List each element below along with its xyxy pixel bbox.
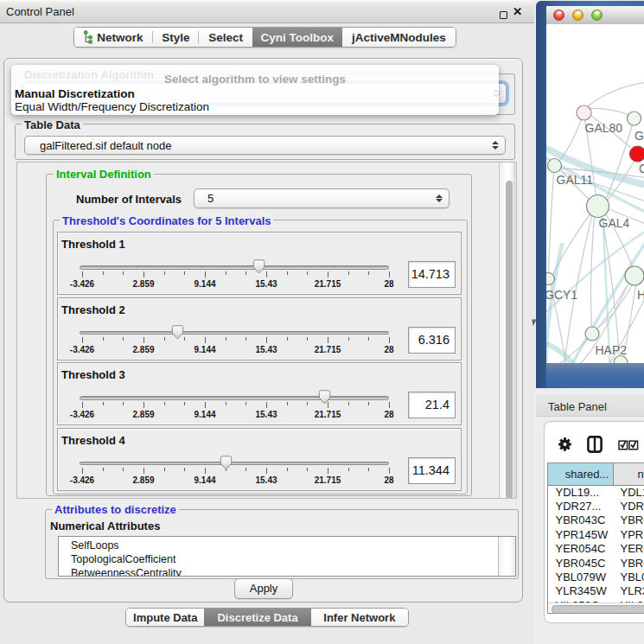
tab-cyni-toolbox[interactable]: Cyni Toolbox bbox=[252, 28, 342, 47]
cell-name: YBR04 bbox=[621, 513, 644, 526]
numerical-attributes-list[interactable]: SelfLoopsTopologicalCoefficientBetweenne… bbox=[58, 536, 516, 577]
threshold-panel-1: Threshold 1-3.4262.8599.14415.4321.71528… bbox=[57, 232, 462, 295]
slider-tick bbox=[266, 468, 267, 474]
slider-tick bbox=[368, 337, 369, 341]
threshold-value-field[interactable]: 14.713 bbox=[408, 261, 456, 288]
minimize-traffic-light-icon[interactable] bbox=[572, 10, 583, 21]
settings-scroll-viewport: Interval Definition Number of Intervals … bbox=[16, 162, 517, 499]
slider-track[interactable] bbox=[80, 265, 389, 270]
apply-button[interactable]: Apply bbox=[234, 578, 293, 599]
network-node-label: GAL4 bbox=[598, 215, 629, 229]
slider-tick bbox=[226, 402, 226, 405]
network-node[interactable] bbox=[547, 158, 561, 172]
slider-tick-label: 21.715 bbox=[315, 475, 341, 485]
slider-tick bbox=[348, 271, 349, 275]
network-node[interactable] bbox=[629, 146, 644, 162]
gear-icon[interactable] bbox=[558, 437, 572, 452]
table-row[interactable]: YBL079WYBL07 bbox=[548, 570, 644, 584]
zoom-traffic-light-icon[interactable] bbox=[591, 10, 603, 21]
network-edge-highlighted bbox=[546, 343, 574, 364]
table-row[interactable]: YPR145WYPR14 bbox=[548, 527, 644, 542]
network-node[interactable] bbox=[586, 194, 609, 217]
slider-tick bbox=[143, 337, 144, 343]
slider-thumb[interactable] bbox=[220, 456, 233, 470]
settings-vertical-scrollbar[interactable] bbox=[499, 163, 515, 498]
slider-tick bbox=[287, 337, 288, 341]
list-scrollbar[interactable] bbox=[498, 537, 515, 576]
slider-tick bbox=[205, 402, 206, 408]
attribute-list-item[interactable]: SelfLoops bbox=[71, 539, 119, 552]
hscrollbar-thumb[interactable] bbox=[552, 605, 644, 614]
network-node[interactable] bbox=[627, 112, 641, 125]
network-node-label: H bbox=[637, 287, 644, 301]
close-traffic-light-icon[interactable] bbox=[553, 10, 564, 21]
bottom-tab-infer-network[interactable]: Infer Network bbox=[311, 609, 408, 626]
column-header-name[interactable]: na bbox=[614, 463, 644, 485]
table-data-group-title: Table Data bbox=[22, 118, 83, 131]
table-row[interactable]: YER054CYER05 bbox=[548, 541, 644, 556]
tab-select[interactable]: Select bbox=[199, 28, 252, 47]
slider-track[interactable] bbox=[80, 462, 389, 466]
number-of-intervals-combobox[interactable]: 5 bbox=[194, 188, 450, 208]
slider-tick bbox=[143, 468, 144, 474]
bottom-tab-discretize-data[interactable]: Discretize Data bbox=[204, 609, 310, 626]
select-columns-icon[interactable] bbox=[618, 440, 639, 450]
tab-jactivemnodules[interactable]: jActiveMNodules bbox=[342, 28, 456, 47]
network-node[interactable] bbox=[577, 105, 591, 120]
tab-style[interactable]: Style bbox=[153, 28, 200, 47]
attribute-list-item[interactable]: BetweennessCentrality bbox=[71, 567, 182, 577]
threshold-value-field[interactable]: 6.316 bbox=[408, 327, 456, 354]
interval-definition-group-title: Interval Definition bbox=[54, 168, 154, 181]
dropdown-item-manual[interactable]: Manual Discretization bbox=[15, 87, 135, 100]
node-table: shared... na YDL19...YDL19YDR27...YDR27Y… bbox=[547, 462, 644, 614]
network-canvas[interactable]: GAL80GACGAL11GAL4GCY1HHAP2 bbox=[546, 24, 644, 365]
algorithm-dropdown-popup: Select algorithm to view settings Manual… bbox=[11, 65, 499, 115]
cell-name: YDL19 bbox=[621, 486, 644, 499]
threshold-label: Threshold 3 bbox=[61, 368, 125, 381]
network-node-label: GCY1 bbox=[546, 287, 577, 301]
close-icon[interactable]: ✕ bbox=[513, 4, 522, 18]
split-columns-icon[interactable] bbox=[587, 436, 603, 453]
table-row[interactable]: YLR345WYLR34 bbox=[548, 583, 644, 598]
threshold-value-field[interactable]: 21.4 bbox=[408, 392, 456, 418]
float-window-icon[interactable] bbox=[500, 11, 507, 19]
table-horizontal-scrollbar[interactable] bbox=[548, 603, 644, 613]
slider-tick bbox=[287, 468, 288, 471]
table-row[interactable]: YDR27...YDR27 bbox=[548, 499, 644, 513]
dropdown-item-equal-width[interactable]: Equal Width/Frequency Discretization bbox=[15, 100, 209, 113]
slider-thumb[interactable] bbox=[318, 390, 331, 405]
cell-shared-name: YDR27... bbox=[556, 500, 602, 513]
slider-tick-label: 9.144 bbox=[194, 345, 215, 354]
slider-track[interactable] bbox=[80, 331, 389, 335]
slider-tick-label: 9.144 bbox=[194, 475, 215, 485]
bottom-tab-impute-data[interactable]: Impute Data bbox=[126, 609, 204, 626]
cell-name: YPR14 bbox=[621, 528, 644, 541]
slider-thumb[interactable] bbox=[252, 259, 265, 274]
table-data-combobox[interactable]: galFiltered.sif default node bbox=[24, 136, 506, 155]
table-row[interactable]: YDL19...YDL19 bbox=[548, 485, 644, 500]
cell-shared-name: YDL19... bbox=[556, 486, 600, 499]
slider-track[interactable] bbox=[80, 396, 389, 400]
slider-tick bbox=[368, 271, 369, 275]
slider-tick bbox=[184, 468, 185, 471]
cell-name: YBL07 bbox=[621, 571, 644, 583]
column-header-shared-name[interactable]: shared... bbox=[548, 463, 614, 485]
scrollbar-thumb[interactable] bbox=[506, 181, 513, 499]
slider-thumb[interactable] bbox=[171, 325, 184, 340]
slider-tick bbox=[266, 402, 267, 408]
table-row[interactable]: YBR043CYBR04 bbox=[548, 513, 644, 527]
attribute-list-item[interactable]: TopologicalCoefficient bbox=[71, 553, 175, 565]
network-node[interactable] bbox=[625, 266, 644, 285]
table-row[interactable]: YBR045CYBR04 bbox=[548, 556, 644, 571]
dropdown-placeholder-item[interactable]: Select algorithm to view settings bbox=[11, 73, 499, 86]
control-panel-title: Control Panel bbox=[6, 5, 74, 18]
slider-tick-label: 21.715 bbox=[315, 410, 341, 419]
cell-name: YDR27 bbox=[621, 500, 644, 513]
threshold-panel-3: Threshold 3-3.4262.8599.14415.4321.71528… bbox=[57, 362, 462, 425]
tab-label: Discretize Data bbox=[217, 611, 297, 624]
network-node[interactable] bbox=[546, 272, 555, 284]
threshold-value-field[interactable]: 11.344 bbox=[408, 457, 456, 484]
table-panel-card: shared... na YDL19...YDL19YDR27...YDR27Y… bbox=[544, 421, 644, 623]
tab-network[interactable]: Network bbox=[74, 28, 153, 47]
network-node[interactable] bbox=[585, 327, 599, 341]
